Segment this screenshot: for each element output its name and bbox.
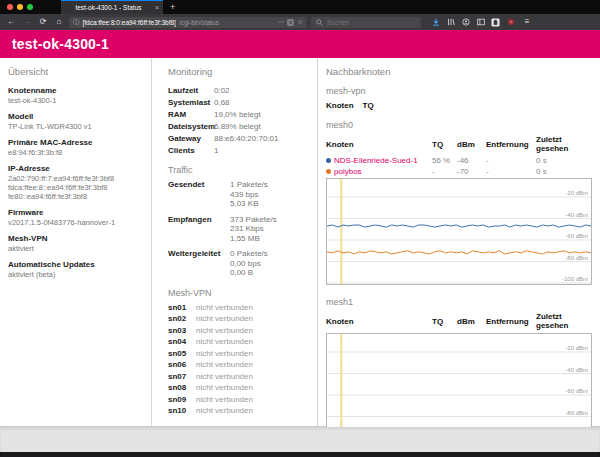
traffic-value: 0,00 B <box>230 268 309 278</box>
reload-button[interactable]: ⟳ <box>37 18 49 26</box>
zoom-window-button[interactable] <box>27 4 33 10</box>
mesh1-title: mesh1 <box>326 297 592 307</box>
svg-text:-20 dBm: -20 dBm <box>565 190 588 196</box>
extension-icon[interactable] <box>506 18 515 27</box>
peer-name: sn09 <box>168 395 196 404</box>
navigation-toolbar: ← → ⟳ ⌂ ⓘ [fdca:ffee:8:0:ea94:f6ff:fe3f:… <box>0 14 600 30</box>
field-mac-adresse: Primäre MAC-Adresse e8:94:f6:3f:3b:f8 <box>8 138 143 157</box>
neighbor-node-link[interactable]: NDS-Eilenriede-Sued-1 <box>334 156 418 165</box>
svg-text:-60 dBm: -60 dBm <box>565 388 588 394</box>
vpn-peer-row: sn03nicht verbunden <box>168 326 309 335</box>
traffic-value: 231 Kbps <box>230 224 309 234</box>
peer-status: nicht verbunden <box>196 337 309 346</box>
col-knoten: Knoten <box>326 317 432 326</box>
traffic-label: Empfangen <box>168 215 230 244</box>
download-icon[interactable] <box>431 18 440 27</box>
bookmark-star-icon[interactable]: ☆ <box>297 18 303 26</box>
window-controls <box>0 0 41 14</box>
neighbors-column: Nachbarknoten mesh-vpn Knoten TQ mesh0 K… <box>318 58 600 426</box>
sidebar-icon[interactable] <box>476 18 485 27</box>
back-button[interactable]: ← <box>5 18 17 26</box>
field-label: IP-Adresse <box>8 164 143 174</box>
minimize-window-button[interactable] <box>17 4 23 10</box>
traffic-value: 1,55 MB <box>230 234 309 244</box>
forward-button[interactable]: → <box>21 18 33 26</box>
vpn-peer-row: sn07nicht verbunden <box>168 372 309 381</box>
peer-name: sn10 <box>168 406 196 415</box>
col-zuletzt-gesehen: Zuletzt gesehen <box>536 312 592 330</box>
traffic-row-empfangen: Empfangen 373 Pakete/s 231 Kbps 1,55 MB <box>168 215 309 244</box>
traffic-value: 1 Pakete/s <box>230 180 309 190</box>
traffic-value: 0 Pakete/s <box>230 249 309 259</box>
stat-value: 19,0% belegt <box>214 110 309 119</box>
peer-status: nicht verbunden <box>196 349 309 358</box>
traffic-label: Weitergeleitet <box>168 249 230 278</box>
page-footer-area <box>0 427 600 452</box>
page-actions-icon[interactable]: ⋯ <box>278 18 285 26</box>
field-label: Modell <box>8 112 143 122</box>
close-window-button[interactable] <box>7 4 13 10</box>
field-value: e8:94:f6:3f:3b:f8 <box>8 148 143 157</box>
browser-tab[interactable]: test-ok-4300-1 - Status × <box>61 0 163 14</box>
svg-text:-40 dBm: -40 dBm <box>565 212 588 218</box>
vpn-peer-row: sn01nicht verbunden <box>168 303 309 312</box>
stat-label: Systemlast <box>168 98 214 107</box>
field-label: Knotenname <box>8 86 143 96</box>
stat-value: 88:e6:40:20:70:01 <box>214 134 309 143</box>
new-tab-button[interactable]: + <box>163 0 182 14</box>
menu-icon[interactable]: ≡ <box>521 18 533 26</box>
peer-name: sn03 <box>168 326 196 335</box>
vpn-peer-row: sn09nicht verbunden <box>168 395 309 404</box>
neighbor-tq: - <box>432 167 457 176</box>
tab-close-icon[interactable]: × <box>155 4 159 11</box>
traffic-value: 0,00 bps <box>230 259 309 269</box>
pocket-icon[interactable]: v <box>287 19 294 26</box>
neighbor-dbm: -46 <box>457 156 486 165</box>
col-dbm: dBm <box>457 317 486 326</box>
neighbor-dbm: -70 <box>457 167 486 176</box>
stat-label: Laufzeit <box>168 86 214 95</box>
field-label: Firmware <box>8 208 143 218</box>
url-path: /cgi-bin/status <box>179 19 275 26</box>
home-button[interactable]: ⌂ <box>53 18 65 26</box>
neighbor-row: NDS-Eilenriede-Sued-1 56 % -46 - 0 s <box>326 156 592 165</box>
mesh0-signal-chart: -20 dBm-40 dBm-60 dBm-80 dBm-100 dBm <box>326 178 592 285</box>
toolbar-icons: ≡ <box>431 18 533 27</box>
mesh1-table-header: Knoten TQ dBm Entfernung Zuletzt gesehen <box>326 312 592 330</box>
overview-column: Übersicht Knotenname test-ok-4300-1 Mode… <box>0 58 152 426</box>
url-bar[interactable]: ⓘ [fdca:ffee:8:0:ea94:f6ff:fe3f:3bf8] /c… <box>69 17 307 28</box>
vpn-peer-row: sn08nicht verbunden <box>168 383 309 392</box>
peer-status: nicht verbunden <box>196 383 309 392</box>
library-icon[interactable] <box>446 18 455 27</box>
series-dot-blue <box>326 158 331 163</box>
peer-status: nicht verbunden <box>196 360 309 369</box>
field-value: test-ok-4300-1 <box>8 96 143 105</box>
search-input[interactable] <box>327 19 407 26</box>
field-ip-adresse: IP-Adresse 2a02:790:ff:7:ea94:f6ff:fe3f:… <box>8 164 143 201</box>
search-box[interactable] <box>311 17 421 28</box>
peer-status: nicht verbunden <box>196 372 309 381</box>
account-icon[interactable] <box>461 18 470 27</box>
overview-title: Übersicht <box>8 66 143 77</box>
col-knoten: Knoten <box>326 101 354 110</box>
stat-value: 0,68 <box>214 98 309 107</box>
neighbor-node-link[interactable]: polybos <box>334 167 362 176</box>
page-info-icon[interactable]: ⓘ <box>73 18 80 27</box>
ghostery-extension-icon[interactable] <box>491 18 500 27</box>
field-label: Mesh-VPN <box>8 234 143 244</box>
stat-label: Dateisystem <box>168 122 214 131</box>
neighbor-tq: 56 % <box>432 156 457 165</box>
svg-text:-20 dBm: -20 dBm <box>565 345 588 351</box>
traffic-value: 439 bps <box>230 190 309 200</box>
peer-name: sn05 <box>168 349 196 358</box>
svg-text:-60 dBm: -60 dBm <box>565 233 588 239</box>
peer-name: sn07 <box>168 372 196 381</box>
stat-value: 0:02 <box>214 86 309 95</box>
peer-name: sn04 <box>168 337 196 346</box>
mesh0-table-header: Knoten TQ dBm Entfernung Zuletzt gesehen <box>326 135 592 153</box>
neighbor-last-seen: 0 s <box>536 156 592 165</box>
browser-window: test-ok-4300-1 - Status × + ← → ⟳ ⌂ ⓘ [f… <box>0 0 600 457</box>
meshvpn-list-title: Mesh-VPN <box>168 288 309 298</box>
tab-title: test-ok-4300-1 - Status <box>65 4 152 11</box>
peer-status: nicht verbunden <box>196 326 309 335</box>
